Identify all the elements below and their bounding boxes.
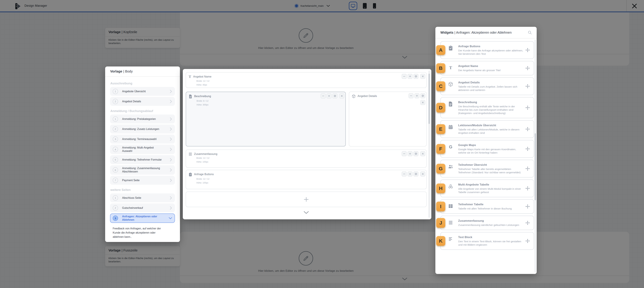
nav-item-label: Anmeldung: Termineauswahl (122, 138, 156, 141)
move-icon[interactable] (525, 166, 530, 171)
move-icon[interactable] (525, 146, 530, 151)
nav-item-abschluss-seite[interactable]: 1 Abschluss Seite (110, 193, 175, 202)
widget-item-zusammenfassung[interactable]: J Zusammenfassung Zusammenfassung sämtli… (440, 216, 534, 230)
nav-item-angebote-uebersicht[interactable]: 1 Angebote Übersicht (110, 87, 175, 96)
search-icon (528, 30, 532, 35)
move-icon[interactable] (525, 48, 530, 52)
move-icon[interactable] (525, 239, 530, 243)
nav-item-preiskategorien[interactable]: 1 Anmeldung: Preiskategorien (110, 115, 175, 123)
shrink-block-button[interactable] (321, 93, 326, 99)
chevron-right-icon (170, 206, 172, 210)
align-left-icon (448, 236, 454, 242)
widget-item-text-block[interactable]: K Text Block Den Text in einem Text-Bloc… (440, 232, 534, 250)
plus-icon (409, 152, 411, 155)
block-title: Angebot Name (193, 75, 212, 78)
grow-block-button[interactable] (326, 93, 332, 99)
nav-section-label: Anmeldung / Buchungsablauf (110, 109, 175, 113)
block-settings-button[interactable] (414, 151, 418, 156)
shrink-block-button[interactable] (402, 151, 407, 156)
move-icon[interactable] (525, 186, 530, 191)
block-angebot-details[interactable]: Angebot Details (349, 92, 427, 146)
plus-icon (409, 75, 411, 78)
nav-item-multi-angebot-auswahl[interactable]: 4 Anmeldung: Multi-Angebot Auswahl (110, 145, 175, 154)
block-settings-button[interactable] (414, 171, 418, 176)
vorlage-body-panel: Vorlage | Body Ausschreibung 1 Angebote … (105, 66, 180, 242)
widget-description: Die Beschreibung enthält alle Texte welc… (458, 105, 524, 115)
expand-body-button[interactable] (303, 211, 309, 214)
chevron-right-icon (170, 178, 172, 182)
nav-item-zusatz-leistungen[interactable]: 2 Anmeldung: Zusatz-Leistungen (110, 125, 175, 134)
nav-item-label: Abschluss Seite (122, 196, 141, 200)
nav-item-teilnehmer-formular[interactable]: 5 Anmeldung: Teilnehmer Formular (110, 155, 175, 164)
hotkey-badge: J (436, 218, 445, 228)
widget-item-anfrage-buttons[interactable]: A Anfrage Buttons Der Kunde kann die Anf… (440, 41, 534, 59)
hotkey-badge: H (436, 183, 445, 193)
remove-block-button[interactable] (420, 100, 425, 105)
nav-item-anfragen-akzeptieren-ablehnen[interactable]: 3 Anfragen: Akzeptieren oder Ablehnen (110, 213, 175, 223)
widget-item-multi-angebote-tabelle[interactable]: H Multi-Angebote Tabelle Alle Angebote v… (440, 179, 534, 197)
remove-block-button[interactable] (420, 74, 425, 79)
chevron-right-icon (170, 196, 172, 200)
block-beschreibung[interactable]: Beschreibung Breite: 8 / 12 Höhe: 300px (186, 92, 346, 146)
editor-scrollbar[interactable] (428, 71, 430, 218)
widgets-scrollbar[interactable] (534, 39, 536, 273)
remove-block-button[interactable] (420, 171, 425, 176)
widget-item-google-maps[interactable]: F G Google Maps Google Maps Karte mit de… (440, 140, 534, 158)
widget-title: Anfrage Buttons (458, 44, 524, 48)
grow-block-button[interactable] (408, 151, 412, 156)
chevron-right-icon (170, 90, 172, 93)
nav-item-zusammenfassung-abschliessen[interactable]: 6 Anmeldung: Zusammenfassung Abschliesse… (110, 165, 175, 175)
boxes-icon (448, 183, 454, 189)
chevron-down-icon (168, 217, 172, 220)
minus-icon (403, 152, 405, 155)
block-settings-button[interactable] (414, 74, 418, 79)
move-icon[interactable] (525, 127, 530, 132)
block-settings-button[interactable] (420, 93, 425, 98)
add-block-button[interactable] (186, 192, 427, 207)
move-icon[interactable] (525, 105, 530, 110)
shrink-block-button[interactable] (402, 171, 407, 176)
widget-search-button[interactable] (528, 30, 532, 35)
widget-item-teilnehmer-uebersicht[interactable]: G Teilnehmer Übersicht Teilnehmer Tabell… (440, 160, 534, 177)
move-icon[interactable] (525, 66, 530, 70)
nav-item-number: 5 (113, 157, 118, 162)
move-icon[interactable] (525, 204, 530, 209)
widget-item-angebot-details[interactable]: C Angebot Details Tabelle mit Details zu… (440, 77, 534, 95)
editor-scrollbar-thumb[interactable] (428, 74, 430, 124)
remove-block-button[interactable] (420, 151, 425, 156)
shrink-block-button[interactable] (408, 93, 414, 98)
widgets-title-rest: | Anfragen: Akzeptieren oder Ablehnen (454, 31, 512, 34)
move-icon[interactable] (525, 84, 530, 89)
move-icon[interactable] (525, 221, 530, 225)
hotkey-badge: A (436, 45, 445, 55)
nav-item-gutscheinverkauf[interactable]: 2 Gutscheinverkauf (110, 203, 175, 212)
nav-item-number: 3 (113, 215, 118, 221)
widget-item-beschreibung[interactable]: D Beschreibung Die Beschreibung enthält … (440, 97, 534, 118)
widgets-scrollbar-thumb[interactable] (535, 133, 536, 200)
remove-block-button[interactable] (339, 93, 344, 99)
grow-block-button[interactable] (408, 74, 412, 79)
block-settings-button[interactable] (332, 93, 338, 99)
nav-item-number: 2 (113, 127, 118, 132)
shrink-block-button[interactable] (402, 74, 407, 79)
block-angebot-name[interactable]: T Angebot Name Breite: 12 / 12 Höhe: 40p… (186, 72, 427, 88)
nav-item-angebot-details[interactable]: 2 Angebot Details (110, 97, 175, 106)
plus-icon (328, 95, 330, 97)
clipboard-check-icon (448, 45, 454, 51)
nav-item-payment-seite[interactable]: 7 Payment Seite (110, 176, 175, 185)
grow-block-button[interactable] (414, 93, 420, 98)
nav-item-label: Anmeldung: Teilnehmer Formular (122, 158, 162, 161)
widget-item-lektionen-module-uebersicht[interactable]: E Lektionen/Module Übersicht Tabelle mit… (440, 120, 534, 138)
file-text-icon (189, 94, 192, 99)
chevron-right-icon (170, 117, 172, 121)
block-zusammenfassung[interactable]: Zusammenfassung Breite: 12 / 12 Höhe: 10… (186, 149, 427, 168)
nav-item-number: 6 (113, 167, 118, 173)
block-title: Beschreibung (194, 94, 211, 98)
block-width-value: Breite: 12 / 12 (196, 80, 424, 82)
widget-item-teilnehmer-tabelle[interactable]: I Teilnehmer Tabelle Tabelle mit allen T… (440, 199, 534, 214)
grow-block-button[interactable] (408, 171, 412, 176)
nav-item-label: Anfragen: Akzeptieren oder Ablehnen (122, 215, 162, 222)
nav-item-termineauswahl[interactable]: 3 Anmeldung: Termineauswahl (110, 135, 175, 144)
block-anfrage-buttons[interactable]: Anfrage Buttons Breite: 12 / 12 Höhe: 10… (186, 170, 427, 189)
widget-item-angebot-name[interactable]: B T Angebot Name Der Angebots Name als g… (440, 61, 534, 75)
